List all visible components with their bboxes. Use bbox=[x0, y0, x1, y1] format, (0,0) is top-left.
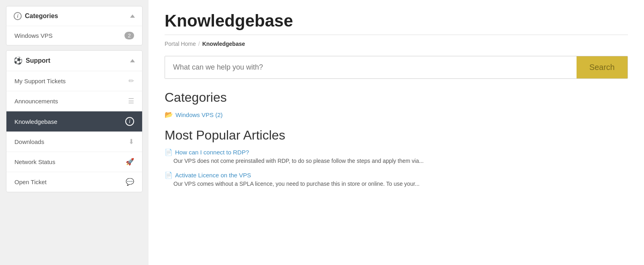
folder-icon: 📂 bbox=[165, 111, 173, 119]
sidebar: i Categories Windows VPS 2 ⚽ Support My … bbox=[0, 0, 149, 265]
my-support-tickets-label: My Support Tickets bbox=[14, 78, 66, 84]
ticket-icon: ✏ bbox=[128, 77, 134, 85]
article-excerpt-0: Our VPS does not come preinstalled with … bbox=[173, 158, 628, 164]
article-link-0[interactable]: 📄 How can I connect to RDP? bbox=[165, 148, 628, 156]
sidebar-item-open-ticket[interactable]: Open Ticket 💬 bbox=[6, 172, 142, 192]
support-title: Support bbox=[26, 57, 50, 64]
search-button[interactable]: Search bbox=[577, 56, 628, 78]
windows-vps-badge: 2 bbox=[124, 32, 134, 39]
announcements-label: Announcements bbox=[14, 98, 58, 105]
info-icon: i bbox=[14, 12, 22, 20]
windows-vps-label: Windows VPS bbox=[14, 32, 53, 39]
categories-header: i Categories bbox=[6, 6, 142, 26]
article-item-1: 📄 Activate Licence on the VPS Our VPS co… bbox=[165, 171, 628, 187]
categories-title: Categories bbox=[25, 12, 58, 20]
page-title: Knowledgebase bbox=[165, 11, 628, 31]
doc-icon-1: 📄 bbox=[165, 171, 173, 179]
doc-icon-0: 📄 bbox=[165, 148, 173, 156]
popular-articles-title: Most Popular Articles bbox=[165, 128, 628, 143]
sidebar-item-knowledgebase[interactable]: Knowledgebase i bbox=[6, 111, 142, 132]
article-item-0: 📄 How can I connect to RDP? Our VPS does… bbox=[165, 148, 628, 164]
main-content: Knowledgebase Portal Home / Knowledgebas… bbox=[149, 0, 644, 265]
network-icon: 🚀 bbox=[126, 158, 134, 166]
support-header: ⚽ Support bbox=[6, 51, 142, 71]
search-bar: Search bbox=[165, 56, 628, 79]
announce-icon: ☰ bbox=[128, 97, 134, 105]
windows-vps-category-link[interactable]: 📂 Windows VPS (2) bbox=[165, 111, 628, 119]
article-link-1[interactable]: 📄 Activate Licence on the VPS bbox=[165, 171, 628, 179]
network-status-label: Network Status bbox=[14, 158, 55, 165]
page-divider bbox=[165, 35, 628, 35]
support-box: ⚽ Support My Support Tickets ✏ Announcem… bbox=[6, 50, 143, 192]
breadcrumb: Portal Home / Knowledgebase bbox=[165, 41, 628, 47]
open-ticket-label: Open Ticket bbox=[14, 179, 47, 185]
chevron-up-icon-2[interactable] bbox=[130, 59, 135, 62]
sidebar-item-windows-vps[interactable]: Windows VPS 2 bbox=[6, 26, 142, 45]
breadcrumb-current: Knowledgebase bbox=[202, 41, 245, 47]
search-input[interactable] bbox=[165, 56, 577, 78]
knowledgebase-info-icon: i bbox=[125, 117, 134, 126]
sidebar-item-network-status[interactable]: Network Status 🚀 bbox=[6, 152, 142, 172]
sidebar-item-my-support-tickets[interactable]: My Support Tickets ✏ bbox=[6, 71, 142, 91]
article-excerpt-1: Our VPS comes without a SPLA licence, yo… bbox=[173, 181, 628, 187]
article-list: 📄 How can I connect to RDP? Our VPS does… bbox=[165, 148, 628, 187]
support-icon: ⚽ bbox=[14, 56, 22, 65]
sidebar-item-announcements[interactable]: Announcements ☰ bbox=[6, 91, 142, 111]
breadcrumb-home[interactable]: Portal Home bbox=[165, 41, 196, 47]
breadcrumb-sep: / bbox=[198, 41, 200, 47]
sidebar-item-downloads[interactable]: Downloads ⬇ bbox=[6, 132, 142, 152]
open-ticket-icon: 💬 bbox=[126, 178, 134, 186]
chevron-up-icon[interactable] bbox=[130, 14, 135, 18]
download-icon: ⬇ bbox=[128, 138, 134, 146]
knowledgebase-label: Knowledgebase bbox=[14, 118, 57, 125]
article-title-0: How can I connect to RDP? bbox=[175, 149, 249, 156]
categories-box: i Categories Windows VPS 2 bbox=[6, 6, 143, 45]
article-title-1: Activate Licence on the VPS bbox=[175, 172, 251, 179]
downloads-label: Downloads bbox=[14, 138, 44, 145]
windows-vps-category-text: Windows VPS (2) bbox=[175, 111, 223, 118]
categories-section-title: Categories bbox=[165, 90, 628, 105]
